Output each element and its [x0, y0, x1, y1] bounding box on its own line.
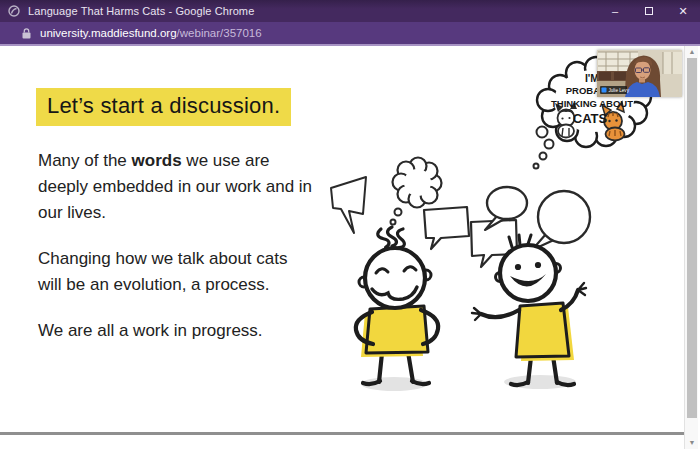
- p1-line1-bold: words: [132, 151, 182, 170]
- browser-window: Language That Harms Cats - Google Chrome…: [0, 0, 700, 449]
- webcam-video[interactable]: Julie Levy: [597, 50, 682, 97]
- p3-line1: We are all a work in progress.: [38, 321, 263, 340]
- close-icon: ✕: [678, 5, 687, 18]
- paragraph-2: Changing how we talk about cats will be …: [38, 246, 312, 298]
- speech-bubble-left: [331, 177, 366, 233]
- p1-line1-prefix: Many of the: [38, 151, 132, 170]
- minimize-icon: –: [612, 5, 618, 17]
- window-title: Language That Harms Cats - Google Chrome: [28, 5, 598, 17]
- vertical-scrollbar[interactable]: ▲ ▼: [684, 46, 698, 449]
- slide-title: Let’s start a discussion.: [36, 88, 291, 126]
- window-controls: – ✕: [598, 0, 700, 22]
- webcam-name-text: Julie Levy: [609, 88, 630, 93]
- cat-bubble-line-3: THINKING ABOUT: [551, 98, 633, 109]
- webcam-name-label: Julie Levy: [600, 86, 630, 94]
- squiggle-marks: [377, 227, 408, 249]
- p2-line2: will be an evolution, a process.: [38, 275, 270, 294]
- close-button[interactable]: ✕: [666, 0, 700, 22]
- speech-bubble-mid-a: [424, 207, 469, 249]
- p2-line1: Changing how we talk about cats: [38, 249, 288, 268]
- thought-trail: [534, 127, 554, 169]
- maximize-icon: [645, 7, 653, 15]
- paragraph-3: We are all a work in progress.: [38, 318, 312, 344]
- p1-line2: deeply embedded in our work and in: [38, 177, 312, 196]
- scrollbar-thumb[interactable]: [687, 58, 697, 418]
- title-bar: Language That Harms Cats - Google Chrome…: [0, 0, 700, 22]
- cat-bubble-line-4: CATS: [573, 111, 608, 126]
- speech-bubble-round-large: [532, 191, 590, 250]
- minimize-button[interactable]: –: [598, 0, 632, 22]
- url-text[interactable]: university.maddiesfund.org/webinar/35701…: [40, 27, 262, 39]
- slide-bottom-divider: [0, 432, 684, 435]
- slide-body-text: Many of the words we use are deeply embe…: [38, 148, 312, 364]
- maximize-button[interactable]: [632, 0, 666, 22]
- url-host: university.maddiesfund.org: [40, 27, 177, 39]
- lock-icon[interactable]: [22, 28, 31, 39]
- paragraph-1: Many of the words we use are deeply embe…: [38, 148, 312, 226]
- scroll-down-arrow-icon[interactable]: ▼: [685, 437, 699, 449]
- p1-line3: our lives.: [38, 203, 106, 222]
- page-content: I'M PROBABLY THINKING ABOUT CATS: [0, 46, 700, 449]
- scroll-up-arrow-icon[interactable]: ▲: [685, 46, 699, 58]
- p1-line1-suffix: we use are: [182, 151, 270, 170]
- stick-figure-left: [356, 248, 438, 391]
- url-path: /webinar/357016: [177, 27, 262, 39]
- favicon-icon: [8, 5, 20, 17]
- address-bar: university.maddiesfund.org/webinar/35701…: [0, 22, 700, 46]
